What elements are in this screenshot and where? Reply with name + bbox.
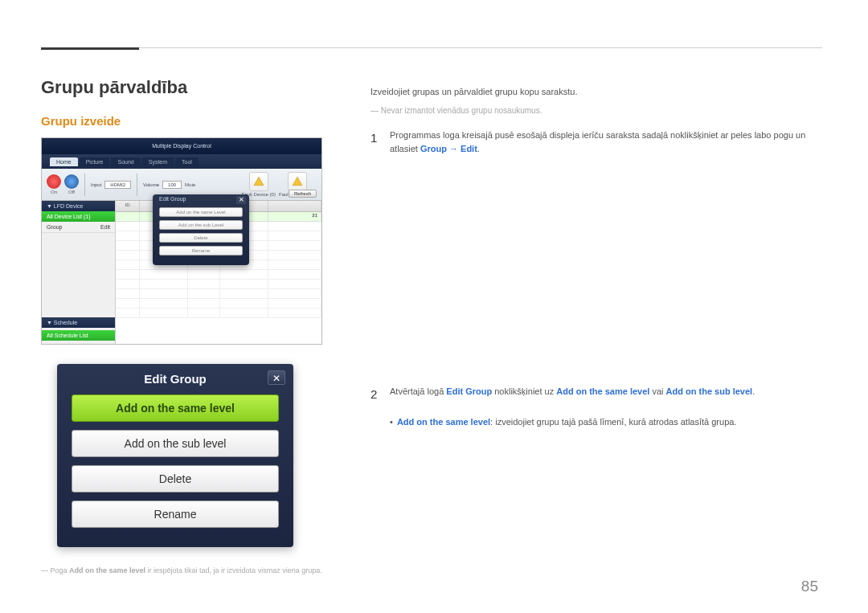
dialog-title: Edit Group [57,372,293,386]
edit-group-popup-small: Edit Group ✕ Add on the same Level Add o… [153,194,249,265]
power-on-button[interactable]: On [47,174,61,194]
delete-button[interactable]: Delete [72,465,279,492]
power-off-button[interactable]: Off [64,174,79,194]
volume-control[interactable]: Volume 100 [143,181,182,189]
grid-col-id: ID [116,201,140,211]
add-same-level-button[interactable]: Add on the same level [72,394,279,422]
grid-empty-row [116,280,321,289]
grid-empty-row [116,270,321,280]
popup-add-same-level[interactable]: Add on the same Level [159,207,243,217]
left-column: Grupu pārvaldība Grupu izveide Multiple … [41,77,322,581]
popup-add-sub-level[interactable]: Add on the sub Level [159,220,243,230]
warning-icon [288,172,307,191]
power-off-icon [64,174,79,189]
input-dropdown[interactable]: Input HDMI2 [91,181,131,189]
tab-home[interactable]: Home [50,157,78,166]
section-title: Grupu izveide [41,114,322,128]
bullet-same-level: Add on the same level: izveidojiet grupu… [390,415,822,430]
app-window-title: Multiple Display Control [42,138,321,154]
page-header-divider [41,47,822,48]
grid-cell-extra: 21 [268,212,321,221]
page-content: Grupu pārvaldība Grupu izveide Multiple … [41,77,822,581]
page-number: 85 [801,578,818,595]
footnote: ― Poga Add on the same level ir iespējot… [41,566,322,574]
page-header-accent [41,47,139,50]
step-number: 2 [371,385,380,404]
dialog-close-button[interactable]: ✕ [268,370,285,385]
warning-icon [249,172,268,191]
intro-text: Izveidojiet grupas un pārvaldiet grupu k… [371,85,822,100]
sidebar-schedule-list[interactable]: All Schedule List [42,330,115,341]
right-column: Izveidojiet grupas un pārvaldiet grupu k… [371,77,822,581]
tab-system[interactable]: System [142,157,174,166]
grid-empty-row [116,289,321,299]
step-1-body: Programmas loga kreisajā pusē esošajā di… [390,129,822,157]
grid-empty-row [116,309,321,318]
toolbar-separator [84,174,85,196]
rename-button[interactable]: Rename [72,501,279,528]
grid-empty-row [116,299,321,309]
fault-device-button[interactable]: Fault Device (0) [242,172,276,197]
sidebar-group-row[interactable]: Group Edit [42,222,115,233]
intro-note: ― Nevar izmantot vienādus grupu nosaukum… [371,104,822,117]
tab-picture[interactable]: Picture [80,157,110,166]
step-1: 1 Programmas loga kreisajā pusē esošajā … [371,129,822,157]
popup-close-button[interactable]: ✕ [236,196,246,204]
screenshot-mdc-app: Multiple Display Control Home Picture So… [41,137,322,345]
step-2-body: Atvērtajā logā Edit Group noklikšķiniet … [390,385,822,404]
step-2: 2 Atvērtajā logā Edit Group noklikšķinie… [371,385,822,404]
mute-button[interactable]: Mute [185,182,195,187]
popup-title: Edit Group [159,196,186,202]
power-on-icon [47,174,61,189]
step-number: 1 [371,129,380,157]
screenshot-edit-group-dialog: Edit Group ✕ Add on the same level Add o… [57,364,293,547]
toolbar-separator [137,174,137,196]
popup-rename[interactable]: Rename [159,246,243,255]
sidebar-all-devices[interactable]: All Device List (1) [42,211,115,222]
sidebar-schedule-header[interactable]: ▼ Schedule [42,317,115,328]
page-title: Grupu pārvaldība [41,77,322,98]
sidebar: ▼ LFD Device All Device List (1) Group E… [42,201,116,344]
tab-sound[interactable]: Sound [111,157,140,166]
sidebar-lfd-header[interactable]: ▼ LFD Device [42,201,115,211]
popup-delete[interactable]: Delete [159,233,243,243]
refresh-button[interactable]: Refresh [289,190,317,198]
tab-tool[interactable]: Tool [175,157,199,166]
add-sub-level-button[interactable]: Add on the sub level [72,430,279,457]
main-tabs: Home Picture Sound System Tool [42,154,321,169]
